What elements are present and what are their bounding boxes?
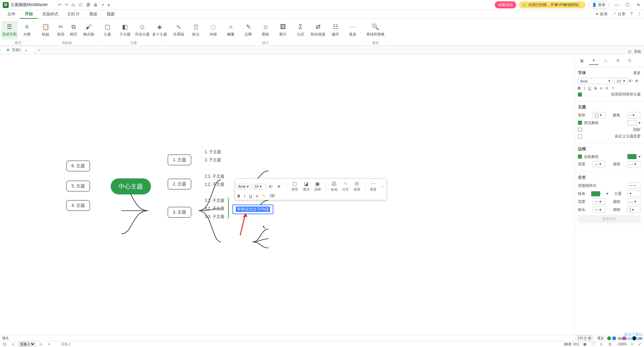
rp-branch-taper-select[interactable]: ⟆ ▾	[627, 207, 641, 213]
rp-branch-topic-select[interactable]: ▾	[627, 190, 641, 197]
new-icon[interactable]: 🗋	[79, 3, 83, 7]
pages-icon[interactable]: ◫	[2, 342, 7, 346]
panel-toggle-label[interactable]: 面板	[634, 49, 641, 54]
right-node-2[interactable]: 2. 主题	[168, 179, 191, 189]
next-page-icon[interactable]: ▷	[39, 342, 44, 346]
login-button[interactable]: 👤 登录	[588, 1, 609, 9]
float-clear[interactable]: ⌫	[268, 193, 276, 198]
menubar-more-icon[interactable]: ⋮	[637, 11, 641, 17]
mindmap-mode-button[interactable]: ☰思维导图	[1, 21, 17, 40]
float-fontcolor[interactable]: A	[255, 194, 259, 198]
share-button[interactable]: ↗ 分享	[612, 11, 626, 17]
picture-button[interactable]: 🖼图片	[275, 21, 291, 40]
print-icon[interactable]: 🖶	[94, 3, 98, 7]
rp-bold[interactable]: B	[578, 86, 581, 90]
trial-banner[interactable]: 🛒 试用已到期，开通VIP解锁限制。	[519, 1, 586, 8]
publish-button[interactable]: ✈ 发布	[595, 11, 608, 17]
float-bold[interactable]: B	[236, 194, 241, 198]
sub-3-1[interactable]: 3.1. 子主题	[205, 198, 224, 204]
float-topic-button[interactable]: ◇浮动主题	[134, 21, 150, 40]
float-shape[interactable]: ▢形状	[290, 180, 300, 192]
topic-button[interactable]: ▢主题	[99, 21, 115, 40]
float-collapse-icon[interactable]: ⤢	[380, 184, 385, 189]
fullscreen-icon[interactable]: ⤢	[637, 342, 642, 346]
right-node-3[interactable]: 3. 主题	[168, 207, 191, 218]
rp-border-color-checkbox[interactable]	[578, 155, 582, 159]
recent-swatch[interactable]	[612, 336, 616, 340]
cut-button[interactable]: ✂剪切	[55, 21, 66, 40]
rp-tab-history[interactable]: ↻	[625, 56, 635, 65]
redo-icon[interactable]: ↷	[65, 3, 68, 7]
rp-fontcolor[interactable]: A	[606, 86, 608, 90]
close-icon[interactable]: ✕	[635, 2, 641, 7]
menu-file[interactable]: 文件	[3, 10, 20, 18]
rp-border-color-swatch[interactable]	[627, 154, 637, 159]
multi-topic-button[interactable]: ◈多个主题	[152, 21, 168, 40]
rp-shape-select[interactable]: ◯ ▾	[592, 112, 606, 118]
float-font-size[interactable]: 10▾	[253, 184, 266, 189]
float-highlight[interactable]: ✎	[261, 193, 266, 198]
rp-font-family[interactable]: Arial▾	[578, 78, 613, 84]
maximize-icon[interactable]: ☐	[625, 2, 631, 7]
float-fill[interactable]: ◪填充	[302, 180, 311, 192]
left-node-6[interactable]: 6. 主题	[66, 161, 90, 171]
float-layout[interactable]: 品布局	[329, 180, 339, 193]
zoom-control[interactable]: - 100%	[616, 342, 627, 346]
prev-page-icon[interactable]: ◁	[10, 342, 15, 346]
summary-button[interactable]: ⟐概要	[223, 21, 239, 40]
numbering-button[interactable]: ☷编号	[327, 21, 343, 40]
menu-start[interactable]: 开始	[20, 10, 38, 19]
menu-view[interactable]: 视图	[102, 10, 119, 18]
insert-more-button[interactable]: ⋯更多	[345, 21, 361, 40]
icon-button[interactable]: ☺图标	[258, 21, 274, 40]
rp-highlight[interactable]: ✎	[611, 86, 614, 90]
formula-button[interactable]: Σ公式	[292, 21, 309, 40]
recent-swatch[interactable]	[607, 336, 611, 340]
rp-align[interactable]: ≡	[600, 86, 602, 90]
right-node-1[interactable]: 1. 主题	[168, 155, 191, 165]
rp-font-inc[interactable]: A⁺	[628, 78, 634, 83]
recent-swatch[interactable]	[627, 336, 631, 340]
export-icon[interactable]: ↗	[101, 3, 104, 7]
rp-branch-arrow-select[interactable]: — ▾	[592, 207, 606, 213]
rp-shadow-checkbox[interactable]	[578, 128, 582, 132]
rp-border-width-select[interactable]: — ▾	[592, 161, 606, 167]
canvas[interactable]: 中心主题 6. 主题 5. 主题 4. 主题 1. 主题 1. 子主题 2. 子…	[0, 54, 574, 335]
document-tab[interactable]: ☘ 导图1 ●	[0, 46, 35, 54]
save-icon[interactable]: 🗐	[86, 3, 90, 7]
sub-2-2[interactable]: 2.2. 子主题	[205, 182, 224, 187]
recent-swatch[interactable]	[632, 336, 636, 340]
annotation-button[interactable]: ✎注释	[240, 21, 256, 40]
panel-toggle-icon[interactable]: ◫	[628, 49, 631, 54]
rp-font-more[interactable]: 更多	[633, 70, 641, 75]
help-icon[interactable]: ?	[630, 11, 633, 17]
subtopic-button[interactable]: ◧子主题	[117, 21, 133, 40]
float-font-family[interactable]: Arial▾	[236, 184, 251, 189]
zoom-in-icon[interactable]: +	[630, 342, 634, 346]
float-italic[interactable]: I	[243, 194, 246, 198]
boundary-button[interactable]: ◌外框	[205, 21, 221, 40]
undo-icon[interactable]: ↶	[58, 3, 61, 7]
rp-underline[interactable]: U	[588, 86, 591, 90]
rp-font-size[interactable]: 10▾	[614, 78, 628, 84]
menu-slide[interactable]: 幻灯片	[63, 10, 85, 18]
sub-1-1[interactable]: 1. 子主题	[205, 149, 221, 155]
view-grid-icon[interactable]: ▦	[582, 342, 587, 346]
rp-font-dec[interactable]: A⁻	[634, 78, 641, 83]
rp-corner-select[interactable]: ⌐ ▾	[627, 112, 641, 118]
relation-button[interactable]: ∿关系线	[170, 21, 186, 40]
add-page-button[interactable]: +	[47, 342, 51, 346]
rp-reset-style-button[interactable]: 重置样式	[578, 215, 641, 223]
rp-strike[interactable]: S	[594, 86, 597, 90]
view-read-icon[interactable]: ☰	[607, 342, 612, 346]
summary-text[interactable]: 举例总结文字内容	[236, 207, 270, 212]
qat-more-icon[interactable]: ▾	[108, 3, 110, 7]
rp-branch-width-select[interactable]: — ▾	[592, 198, 606, 205]
float-more[interactable]: ⋯更多	[369, 180, 378, 192]
center-node[interactable]: 中心主题	[111, 178, 151, 194]
sub-2-1[interactable]: 2.1. 子主题	[205, 174, 224, 179]
rp-tab-settings[interactable]: ⚙	[613, 56, 623, 65]
outline-mode-button[interactable]: ≡大纲	[19, 21, 35, 40]
sub-3-2[interactable]: 3.2. 子主题	[205, 206, 224, 212]
page-selector[interactable]: 页面-1	[18, 342, 36, 347]
